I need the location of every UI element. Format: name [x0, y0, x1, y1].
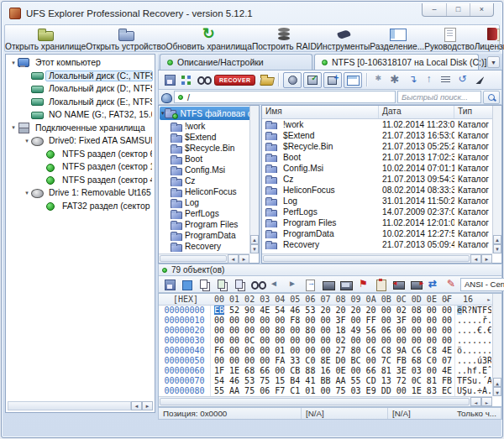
encoding-select[interactable]: ANSI - Central Europe: [460, 278, 504, 291]
tree-item[interactable]: Локальный диск (E:, NTFS, 97.65ГБ): [8, 96, 153, 109]
file-row[interactable]: Recovery 21.07.2013 05:09:46 Каталог: [262, 239, 501, 250]
toolbar-button[interactable]: Инструменты: [317, 25, 370, 51]
hx-insert-after-icon[interactable]: [408, 278, 424, 291]
scroll-right-icon[interactable]: ►: [481, 397, 492, 406]
hex-bytes[interactable]: EB52 90 4E 54 46 53 20 20 20 20 00 02 08…: [214, 306, 452, 316]
hex-row[interactable]: 00000000 EB52 90 4E 54 46 53 20 20 20 20…: [159, 306, 492, 316]
bt-list-icon[interactable]: [438, 73, 454, 86]
hex-ascii[interactable]: ö......: [454, 346, 491, 356]
tree-item[interactable]: NTFS раздел (сектор 63, 50.69ГБ): [8, 148, 153, 161]
scroll-left-icon[interactable]: ◄: [131, 401, 142, 410]
expander-icon[interactable]: ▾: [9, 124, 18, 131]
scroll-up-icon[interactable]: ▲: [493, 235, 501, 244]
tree-item[interactable]: Локальный диск (D:, NTFS, 149.73ГБ): [8, 82, 153, 96]
toolbar-toggle-button[interactable]: [303, 72, 322, 88]
bt-tree-icon[interactable]: [179, 73, 194, 86]
tab-ntfs-partition[interactable]: NTFS [0-106318107 на Local Disk (C:)] ×: [314, 54, 479, 70]
tree-item[interactable]: ▾ Drive 1: Removable Ut165 USB USB2Flash: [8, 186, 153, 200]
tree-item[interactable]: FAT32 раздел (сектор 63, 15.06ГБ): [8, 200, 153, 213]
scroll-up-icon[interactable]: ▲: [250, 235, 259, 244]
bt-save-icon[interactable]: [162, 73, 177, 86]
search-input[interactable]: [397, 91, 481, 103]
bt-up-icon[interactable]: [422, 73, 437, 86]
file-row[interactable]: HeliconFocus 08.02.2014 08:33:32 Каталог: [262, 185, 501, 196]
toolbar-button[interactable]: Лицензия: [475, 25, 504, 51]
path-field[interactable]: /: [174, 91, 396, 103]
file-row[interactable]: PerfLogs 14.07.2009 02:37:05 Каталог: [262, 206, 501, 217]
recover-button[interactable]: RECOVER: [214, 75, 255, 86]
expander-icon[interactable]: ▾: [9, 60, 18, 66]
scroll-up-icon[interactable]: ▲: [493, 378, 501, 387]
hx-screen1-icon[interactable]: [320, 278, 336, 291]
hex-ascii[interactable]: ....€.€: [454, 326, 491, 336]
folder-tree-horizontal-scrollbar[interactable]: ◄ ►: [159, 253, 249, 263]
tab-list-menu-icon[interactable]: ▼: [487, 56, 500, 68]
toolbar-toggle-button[interactable]: [323, 72, 342, 88]
hex-bytes[interactable]: 55 AA 75 06 F7 C1 01 00 75 03 E9 DD 00 1…: [214, 386, 452, 396]
hx-paste-icon[interactable]: [373, 278, 389, 291]
folder-tree-item[interactable]: PerfLogs: [159, 208, 259, 219]
search-icon[interactable]: [483, 91, 500, 104]
increase-width-icon[interactable]: ►: [487, 296, 491, 302]
hex-ascii[interactable]: .....ř.: [454, 316, 491, 326]
storages-horizontal-scrollbar[interactable]: ◄ ►: [8, 401, 153, 410]
column-header-name[interactable]: Имя: [262, 106, 379, 118]
folder-tree-item[interactable]: Boot: [159, 154, 259, 165]
bt-arrow-back-icon[interactable]: [455, 73, 470, 86]
tree-item[interactable]: Локальный диск (C:, NTFS, 50.69ГБ): [8, 70, 153, 83]
hex-bytes[interactable]: 00 00 00 00 00 F8 00 00 3F 00 FF 00 3F 0…: [214, 316, 452, 326]
file-row[interactable]: $Extend 21.07.2013 16:53:06 Каталог: [262, 130, 501, 141]
hx-copy-icon[interactable]: [197, 278, 213, 291]
bt-arrow-turn-icon[interactable]: [405, 73, 420, 86]
file-list-vertical-scrollbar[interactable]: ▲ ▼: [492, 106, 501, 253]
hex-ascii[interactable]: UŞu.÷Á.: [454, 386, 491, 396]
decrease-width-icon[interactable]: ◄: [445, 296, 449, 302]
hex-bytes[interactable]: 54 46 53 75 15 B4 41 BB AA 55 CD 13 72 0…: [214, 376, 452, 386]
folder-tree-item[interactable]: Recovery: [159, 241, 259, 252]
file-row[interactable]: ProgramData 10.02.2014 12:27:54 Каталог: [262, 228, 501, 239]
scrollbar-thumb[interactable]: [160, 255, 227, 262]
hex-row[interactable]: 00000060 1F 1E 68 66 00 CB 88 16 0E 00 6…: [159, 366, 492, 376]
tree-item[interactable]: NO NAME (G:, FAT32, 15.06ГБ): [8, 108, 153, 122]
toolbar-button[interactable]: Открыть хранилище: [5, 25, 86, 51]
hex-row[interactable]: 00000040 F6 00 00 00 01 00 00 00 27 80 C…: [159, 346, 492, 356]
scroll-right-icon[interactable]: ►: [239, 254, 249, 264]
scrollbar-thumb[interactable]: [160, 398, 470, 405]
hx-back-icon[interactable]: [267, 278, 283, 291]
toolbar-button[interactable]: Разделение...: [370, 25, 424, 51]
toolbar-button[interactable]: Руководство: [424, 25, 475, 51]
tab-description-settings[interactable]: Описание/Настройки: [160, 54, 312, 70]
expander-icon[interactable]: ▾: [23, 190, 31, 196]
hx-screen2-icon[interactable]: [338, 278, 354, 291]
tree-item[interactable]: NTFS раздел (сектор 106318233, 149.: [8, 160, 153, 174]
folder-tree-item[interactable]: Cz: [159, 175, 259, 186]
hex-vertical-scrollbar[interactable]: ▲ ▼: [492, 294, 501, 396]
hex-ascii[interactable]: ëR?NTFS: [454, 306, 491, 316]
hex-ascii[interactable]: ....ú3Ŕ: [454, 356, 491, 366]
scroll-left-icon[interactable]: ◄: [470, 397, 481, 406]
hex-bytes[interactable]: 1F 1E 68 66 00 CB 88 16 0E 00 66 81 3E 0…: [214, 366, 452, 376]
folder-tree-item[interactable]: HeliconFocus: [159, 186, 259, 197]
toolbar-button[interactable]: Построить RAID: [252, 25, 317, 51]
file-row[interactable]: Program Files 11.02.2014 12:01:08 Катало…: [262, 217, 501, 228]
hx-copy-text-icon[interactable]: [232, 278, 248, 291]
hex-bytes[interactable]: 00 00 00 00 80 00 80 00 18 49 56 06 00 0…: [214, 326, 452, 336]
folder-tree-item[interactable]: ProgramData: [159, 230, 259, 241]
scroll-down-icon[interactable]: ▼: [493, 244, 501, 253]
hx-sync-icon[interactable]: [426, 278, 442, 291]
toolbar-button[interactable]: Открыть устройство: [86, 25, 165, 51]
filesystem-root-item[interactable]: ▾ NTFS файловая система: [160, 107, 258, 120]
tree-item[interactable]: ▾ Drive0: Fixed ATA SAMSUNG HD321KJ: [8, 134, 153, 148]
hx-select-icon[interactable]: [179, 278, 195, 291]
hx-goto-icon[interactable]: [302, 278, 318, 291]
hx-find-icon[interactable]: [249, 278, 265, 291]
hex-row[interactable]: 00000010 00 00 00 00 00 F8 00 00 3F 00 F…: [159, 316, 492, 326]
folder-tree-item[interactable]: $Extend: [159, 132, 259, 143]
hx-insert-before-icon[interactable]: [391, 278, 407, 291]
scroll-right-icon[interactable]: ►: [481, 254, 492, 264]
hex-row[interactable]: 00000080 55 AA 75 06 F7 C1 01 00 75 03 E…: [159, 386, 492, 396]
close-button[interactable]: ×: [470, 3, 493, 16]
column-header-date[interactable]: Дата: [379, 106, 454, 118]
hx-copy-hex-icon[interactable]: [214, 278, 230, 291]
file-list-horizontal-scrollbar[interactable]: ◄ ►: [262, 253, 492, 263]
